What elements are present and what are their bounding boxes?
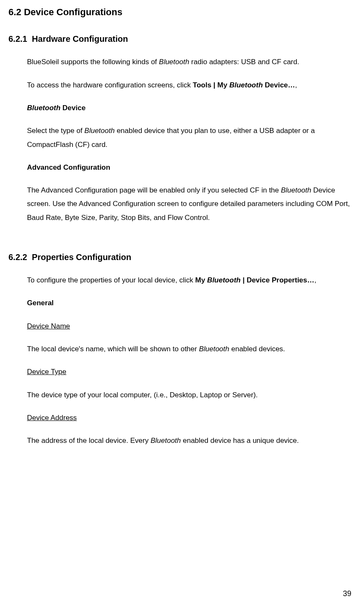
subheading-general: General: [27, 296, 356, 310]
heading-title: Hardware Configuration: [32, 34, 128, 43]
page-number: 39: [343, 587, 351, 600]
heading-title: Device Configurations: [24, 7, 122, 17]
heading-number: 6.2: [8, 7, 22, 17]
paragraph: The Advanced Configuration page will be …: [27, 184, 356, 225]
paragraph: The address of the local device. Every B…: [27, 434, 356, 448]
item-device-address: Device Address: [27, 411, 356, 425]
paragraph: The device type of your local computer, …: [27, 388, 356, 402]
paragraph: BlueSoleil supports the following kinds …: [27, 55, 356, 69]
heading-title: Properties Configuration: [32, 252, 132, 262]
item-device-type: Device Type: [27, 365, 356, 379]
paragraph: Select the type of Bluetooth enabled dev…: [27, 124, 356, 152]
subheading-advanced-configuration: Advanced Configuration: [27, 161, 356, 174]
paragraph: To configure the properties of your loca…: [27, 274, 356, 287]
heading-number: 6.2.1: [8, 34, 27, 43]
heading-number: 6.2.2: [8, 252, 27, 262]
heading-6-2: 6.2 Device Configurations: [8, 4, 356, 20]
paragraph: The local device's name, which will be s…: [27, 342, 356, 356]
heading-6-2-2: 6.2.2 Properties Configuration: [8, 250, 356, 264]
subheading-bluetooth-device: Bluetooth Device: [27, 101, 356, 115]
heading-6-2-1: 6.2.1 Hardware Configuration: [8, 32, 356, 46]
paragraph: To access the hardware configuration scr…: [27, 79, 356, 92]
item-device-name: Device Name: [27, 320, 356, 333]
